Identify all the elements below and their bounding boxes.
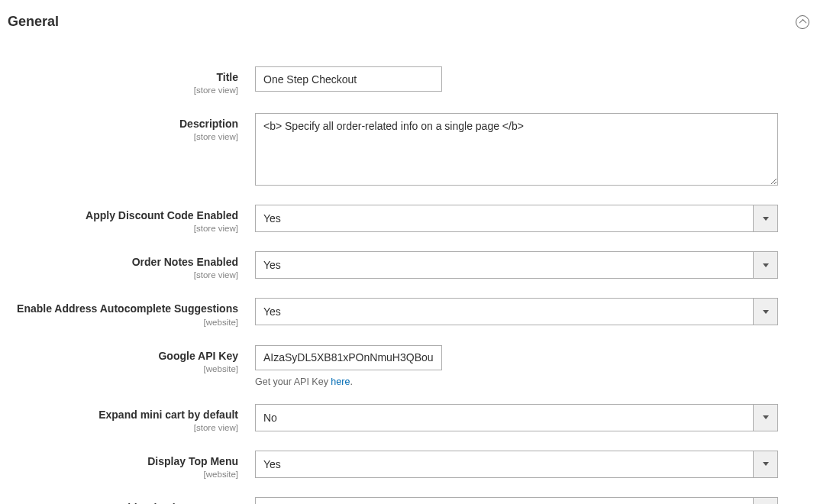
field-scope: [store view] <box>0 270 238 281</box>
field-address-autocomplete: Enable Address Autocomplete Suggestions … <box>0 298 817 328</box>
note-prefix: Get your API Key <box>255 376 331 387</box>
section-header[interactable]: General <box>0 0 817 44</box>
field-label: Description <box>0 117 238 131</box>
chevron-down-icon <box>753 498 777 504</box>
chevron-down-icon <box>753 299 777 325</box>
description-textarea[interactable] <box>255 113 778 186</box>
field-label-col: Google API Key [website] <box>0 345 255 375</box>
field-control-col: Yes <box>255 205 790 232</box>
chevron-down-icon <box>753 252 777 278</box>
select-value: Yes <box>256 259 753 271</box>
chevron-down-icon <box>753 405 777 431</box>
display-top-menu-select[interactable]: Yes <box>255 451 778 478</box>
field-label: Enable Address Autocomplete Suggestions <box>0 302 238 315</box>
field-label: Display Top Menu <box>0 454 238 468</box>
api-key-note: Get your API Key here. <box>255 376 776 387</box>
field-google-api: Google API Key [website] Get your API Ke… <box>0 345 817 387</box>
field-scope: [store view] <box>0 131 238 143</box>
field-label: Order Notes Enabled <box>0 255 238 269</box>
field-apply-discount: Apply Discount Code Enabled [store view]… <box>0 205 817 234</box>
field-scope: [website] <box>0 363 238 375</box>
field-label: Apply Discount Code Enabled <box>0 208 238 222</box>
select-value: Yes <box>256 458 753 470</box>
api-key-link[interactable]: here <box>331 376 350 387</box>
expand-minicart-select[interactable]: No <box>255 404 778 431</box>
field-label: Expand mini cart by default <box>0 408 238 422</box>
field-order-notes: Order Notes Enabled [store view] Yes <box>0 251 817 281</box>
field-control-col: Yes <box>255 497 790 504</box>
field-scope: [website] <box>0 317 238 328</box>
order-notes-select[interactable]: Yes <box>255 251 778 279</box>
field-label-col: Title [store view] <box>0 66 255 96</box>
title-input[interactable] <box>255 66 442 92</box>
field-label: Enable Checkout Reports <box>0 501 238 504</box>
field-checkout-reports: Enable Checkout Reports [global] Yes <box>0 497 817 504</box>
field-label-col: Description [store view] <box>0 113 255 143</box>
general-fieldset: Title [store view] Description [store vi… <box>0 44 817 504</box>
field-control-col <box>255 66 790 92</box>
field-label: Title <box>0 70 238 84</box>
field-description: Description [store view] <box>0 113 817 188</box>
field-label-col: Display Top Menu [website] <box>0 451 255 480</box>
field-label-col: Order Notes Enabled [store view] <box>0 251 255 281</box>
field-scope: [store view] <box>0 422 238 434</box>
field-scope: [website] <box>0 469 238 480</box>
field-scope: [store view] <box>0 85 238 96</box>
field-display-top-menu: Display Top Menu [website] Yes <box>0 451 817 480</box>
select-value: No <box>256 412 753 424</box>
field-expand-minicart: Expand mini cart by default [store view]… <box>0 404 817 434</box>
field-label: Google API Key <box>0 349 238 363</box>
field-scope: [store view] <box>0 223 238 234</box>
field-control-col: Get your API Key here. <box>255 345 790 387</box>
address-autocomplete-select[interactable]: Yes <box>255 298 778 325</box>
field-label-col: Enable Checkout Reports [global] <box>0 497 255 504</box>
field-control-col: No <box>255 404 790 431</box>
section-title: General <box>8 14 59 30</box>
chevron-down-icon <box>753 451 777 477</box>
field-control-col: Yes <box>255 251 790 279</box>
apply-discount-select[interactable]: Yes <box>255 205 778 232</box>
note-suffix: . <box>350 376 352 387</box>
field-label-col: Apply Discount Code Enabled [store view] <box>0 205 255 234</box>
select-value: Yes <box>256 212 753 225</box>
collapse-icon[interactable] <box>796 15 809 29</box>
field-label-col: Enable Address Autocomplete Suggestions … <box>0 298 255 328</box>
field-label-col: Expand mini cart by default [store view] <box>0 404 255 434</box>
field-title: Title [store view] <box>0 66 817 96</box>
field-control-col: Yes <box>255 298 790 325</box>
checkout-reports-select[interactable]: Yes <box>255 497 778 504</box>
select-value: Yes <box>256 305 753 318</box>
field-control-col: Yes <box>255 451 790 478</box>
field-control-col <box>255 113 790 188</box>
google-api-input[interactable] <box>255 345 442 370</box>
chevron-down-icon <box>753 205 777 231</box>
